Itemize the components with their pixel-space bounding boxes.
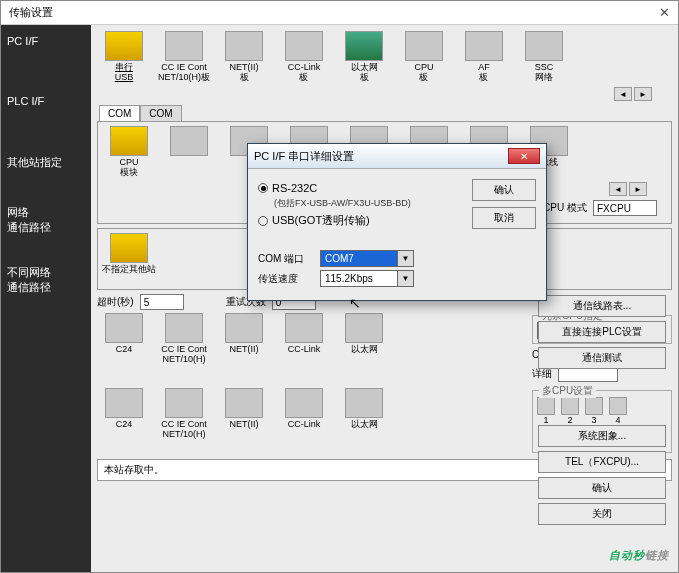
dialog-ok-button[interactable]: 确认 — [472, 179, 536, 201]
scroll-left-icon[interactable]: ◄ — [609, 182, 627, 196]
speed-combo[interactable]: 115.2Kbps ▼ — [320, 270, 414, 287]
timeout-label: 超时(秒) — [97, 295, 134, 309]
com-port-value: COM7 — [320, 250, 398, 267]
close-button[interactable]: 关闭 — [538, 503, 666, 525]
device-label: 以太网 — [351, 345, 378, 365]
device-icon-item[interactable]: 以太网 板 — [337, 31, 391, 83]
device-label: CPU 板 — [414, 63, 433, 83]
path-list-button[interactable]: 通信线路表... — [538, 295, 666, 317]
device-icon — [465, 31, 503, 61]
device-icon — [225, 31, 263, 61]
device-label: C24 — [116, 345, 133, 365]
device-icon-item[interactable]: CC IE Cont NET/10(H) — [157, 388, 211, 440]
direct-plc-button[interactable]: 直接连接PLC设置 — [538, 321, 666, 343]
device-icon-item[interactable]: SSC 网络 — [517, 31, 571, 83]
device-icon — [170, 126, 208, 156]
device-label: CC-Link 板 — [288, 63, 321, 83]
device-icon — [345, 388, 383, 418]
device-icon — [405, 31, 443, 61]
device-icon-item[interactable]: C24 — [97, 313, 151, 365]
speed-label: 传送速度 — [258, 272, 314, 286]
device-icon-item[interactable]: CPU 板 — [397, 31, 451, 83]
device-icon-item[interactable]: 串行 USB — [97, 31, 151, 83]
device-icon-item[interactable]: CC-Link 板 — [277, 31, 331, 83]
network-icon-row: C24CC IE Cont NET/10(H)NET(II)CC-Link以太网 — [97, 313, 526, 365]
radio-usb[interactable]: USB(GOT透明传输) — [258, 213, 464, 228]
device-label: AF 板 — [478, 63, 490, 83]
no-other-station-icon[interactable]: 不指定其他站 — [102, 233, 156, 285]
device-icon-item[interactable]: CPU 模块 — [102, 126, 156, 178]
device-icon-item[interactable]: CC-Link — [277, 388, 331, 440]
sidebar-item-otherstation[interactable]: 其他站指定 — [1, 145, 91, 195]
tab-com-2[interactable]: COM — [140, 105, 181, 121]
dropdown-icon[interactable]: ▼ — [398, 250, 414, 267]
device-icon — [285, 388, 323, 418]
device-icon — [105, 31, 143, 61]
device-label: 串行 USB — [115, 63, 134, 83]
device-icon-item[interactable] — [162, 126, 216, 178]
device-label: CPU 模块 — [119, 158, 138, 178]
serial-detail-dialog: PC I/F 串口详细设置 ✕ RS-232C (包括FX-USB-AW/FX3… — [247, 143, 547, 301]
device-icon-item[interactable]: CC IE Cont NET/10(H) — [157, 313, 211, 365]
device-icon — [525, 31, 563, 61]
cpu-mode-label: CPU 模式 — [543, 201, 587, 215]
dropdown-icon[interactable]: ▼ — [398, 270, 414, 287]
scroll-left-icon[interactable]: ◄ — [614, 87, 632, 101]
sidebar-item-pcif[interactable]: PC I/F — [1, 25, 91, 85]
device-label: C24 — [116, 420, 133, 440]
device-icon-item[interactable]: NET(II) — [217, 388, 271, 440]
sidebar-item-plcif[interactable]: PLC I/F — [1, 85, 91, 145]
device-icon-item[interactable]: 以太网 — [337, 313, 391, 365]
device-icon — [105, 313, 143, 343]
device-label: CC-Link — [288, 420, 321, 440]
window-title: 传输设置 — [9, 5, 53, 20]
device-icon-item[interactable]: NET(II) — [217, 313, 271, 365]
device-icon-item[interactable]: C24 — [97, 388, 151, 440]
scroll-right-icon[interactable]: ► — [634, 87, 652, 101]
scroll-right-icon[interactable]: ► — [629, 182, 647, 196]
dialog-cancel-button[interactable]: 取消 — [472, 207, 536, 229]
device-icon — [105, 388, 143, 418]
tel-button[interactable]: TEL（FXCPU)... — [538, 451, 666, 473]
device-label: 以太网 — [351, 420, 378, 440]
station-icon — [110, 233, 148, 263]
dialog-title: PC I/F 串口详细设置 — [254, 149, 354, 164]
device-label: CC-Link — [288, 345, 321, 365]
sys-image-button[interactable]: 系统图象... — [538, 425, 666, 447]
device-label: CC IE Cont NET/10(H) — [161, 345, 207, 365]
device-label: 以太网 板 — [351, 63, 378, 83]
timeout-input[interactable] — [140, 294, 184, 310]
transfer-settings-window: 传输设置 ✕ PC I/F PLC I/F 其他站指定 网络 通信路径 不同网络… — [0, 0, 679, 573]
device-icon — [345, 31, 383, 61]
sidebar-item-diffnetwork[interactable]: 不同网络 通信路径 — [1, 255, 91, 315]
pcif-icon-row: 串行 USBCC IE Cont NET/10(H)板NET(II) 板CC-L… — [97, 31, 672, 83]
device-label: CC IE Cont NET/10(H) — [161, 420, 207, 440]
com-port-combo[interactable]: COM7 ▼ — [320, 250, 414, 267]
device-icon-item[interactable]: CC-Link — [277, 313, 331, 365]
right-button-column: 通信线路表... 直接连接PLC设置 通信测试 系统图象... TEL（FXCP… — [538, 295, 666, 525]
device-label: NET(II) 板 — [230, 63, 259, 83]
sidebar-item-network[interactable]: 网络 通信路径 — [1, 195, 91, 255]
close-icon[interactable]: ✕ — [659, 5, 670, 20]
sidebar: PC I/F PLC I/F 其他站指定 网络 通信路径 不同网络 通信路径 — [1, 25, 91, 572]
device-icon-item[interactable]: AF 板 — [457, 31, 511, 83]
ok-button[interactable]: 确认 — [538, 477, 666, 499]
scroll-row-1: ◄ ► — [97, 87, 652, 101]
device-icon-item[interactable]: CC IE Cont NET/10(H)板 — [157, 31, 211, 83]
window-body: PC I/F PLC I/F 其他站指定 网络 通信路径 不同网络 通信路径 串… — [1, 25, 678, 572]
device-icon — [165, 388, 203, 418]
titlebar: 传输设置 ✕ — [1, 1, 678, 25]
diffnetwork-icon-row: C24CC IE Cont NET/10(H)NET(II)CC-Link以太网 — [97, 388, 526, 440]
dialog-close-icon[interactable]: ✕ — [508, 148, 540, 164]
radio-icon — [258, 183, 268, 193]
device-icon-item[interactable]: NET(II) 板 — [217, 31, 271, 83]
cpu-mode-field[interactable] — [593, 200, 657, 216]
tab-com-1[interactable]: COM — [99, 105, 140, 121]
device-icon — [165, 31, 203, 61]
device-icon — [225, 388, 263, 418]
device-icon — [110, 126, 148, 156]
comm-test-button[interactable]: 通信测试 — [538, 347, 666, 369]
com-port-label: COM 端口 — [258, 252, 314, 266]
device-icon-item[interactable]: 以太网 — [337, 388, 391, 440]
radio-rs232c[interactable]: RS-232C — [258, 182, 464, 194]
